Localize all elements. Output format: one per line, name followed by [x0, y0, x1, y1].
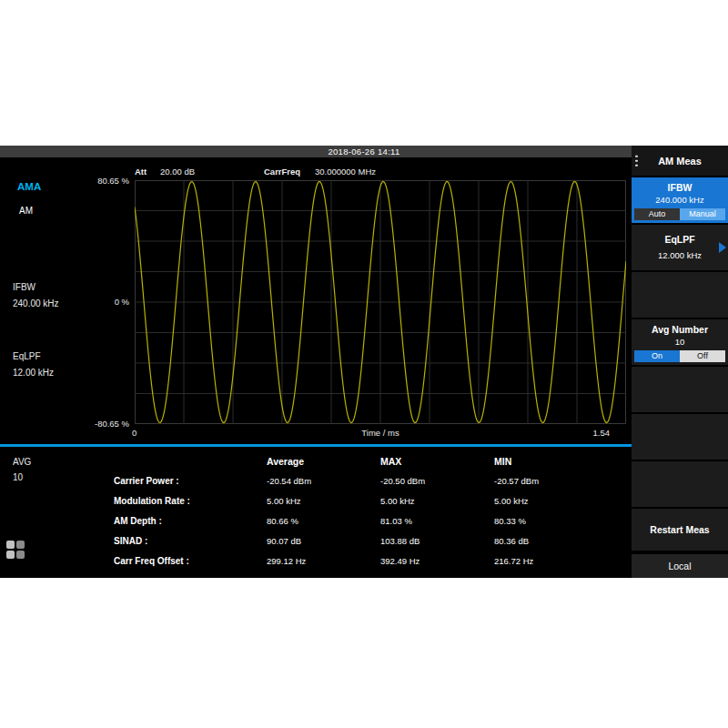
row-label: Modulation Rate :: [114, 496, 267, 506]
row-value: 103.88 dB: [380, 536, 494, 546]
carrfreq-value: 30.000000 MHz: [315, 167, 376, 177]
menu-drag-handle-icon: [635, 155, 638, 167]
row-label: SINAD :: [114, 536, 267, 546]
softkey-empty-1: [632, 272, 728, 318]
ifbw-softkey-label: IFBW: [632, 177, 728, 193]
row-label: Carrier Power :: [114, 476, 267, 486]
restart-meas-label: Restart Meas: [650, 524, 709, 535]
x-tick-end: 1.54: [510, 428, 610, 438]
eqlpf-status-label: EqLPF: [13, 351, 41, 361]
y-tick-bottom: -80.65 %: [53, 419, 129, 429]
y-tick-mid: 0 %: [53, 297, 129, 307]
datetime-text: 2018-06-26 14:11: [328, 147, 399, 157]
table-row: Carrier Power : -20.54 dBm -20.50 dBm -2…: [0, 470, 632, 490]
results-table: Average MAX MIN Carrier Power : -20.54 d…: [0, 452, 632, 571]
row-value: -20.57 dBm: [494, 476, 612, 486]
softkey-avg-number[interactable]: Avg Number 10 On Off: [632, 319, 728, 365]
separator-line: [0, 444, 632, 447]
ifbw-auto-option[interactable]: Auto: [634, 208, 680, 220]
col-header-max: MAX: [380, 456, 494, 467]
row-value: 80.33 %: [494, 516, 612, 526]
row-value: 216.72 Hz: [494, 556, 612, 566]
display-area: AMA AM IFBW 240.00 kHz EqLPF 12.00 kHz A…: [0, 146, 632, 578]
table-row: SINAD : 90.07 dB 103.88 dB 80.36 dB: [0, 531, 632, 551]
table-row: AM Depth : 80.66 % 81.03 % 80.33 %: [0, 511, 632, 531]
row-label: Carr Freq Offset :: [114, 556, 267, 566]
att-label: Att: [135, 167, 147, 177]
y-tick-top: 80.65 %: [53, 176, 129, 186]
col-header-min: MIN: [494, 456, 612, 467]
local-label: Local: [668, 561, 691, 571]
ifbw-softkey-value: 240.000 kHz: [632, 193, 728, 205]
avg-softkey-label: Avg Number: [632, 319, 728, 335]
eqlpf-status-value: 12.00 kHz: [13, 368, 54, 378]
eqlpf-softkey-value: 12.000 kHz: [632, 245, 728, 260]
apps-grid-icon[interactable]: [6, 541, 26, 561]
results-table-body: Carrier Power : -20.54 dBm -20.50 dBm -2…: [0, 470, 632, 571]
row-value: -20.54 dBm: [267, 476, 380, 486]
softkey-empty-4: [632, 461, 728, 507]
softkey-empty-3: [632, 414, 728, 460]
screenshot-root: 2018-06-26 14:11 AMA AM IFBW 240.00 kHz …: [0, 0, 728, 728]
row-value: 5.00 kHz: [267, 496, 380, 506]
avg-on-off-toggle: On Off: [634, 350, 725, 362]
table-row: Carr Freq Offset : 299.12 Hz 392.49 Hz 2…: [0, 551, 632, 571]
ifbw-status-value: 240.00 kHz: [13, 298, 59, 308]
results-header-row: Average MAX MIN: [0, 452, 632, 470]
softkey-empty-2: [632, 367, 728, 412]
table-row: Modulation Rate : 5.00 kHz 5.00 kHz 5.00…: [0, 490, 632, 511]
demod-type-label: AM: [19, 206, 33, 216]
row-value: 299.12 Hz: [267, 556, 380, 566]
eqlpf-softkey-label: EqLPF: [632, 225, 728, 245]
row-value: 5.00 kHz: [494, 496, 612, 506]
mode-label: AMA: [17, 181, 41, 192]
row-label: AM Depth :: [114, 516, 267, 526]
att-value: 20.00 dB: [160, 167, 195, 177]
ifbw-auto-manual-toggle: Auto Manual: [634, 208, 725, 220]
ifbw-status-label: IFBW: [13, 282, 35, 292]
waveform-chart: [135, 180, 626, 424]
row-value: 80.66 %: [267, 516, 380, 526]
chart-grid: [135, 180, 626, 424]
row-value: 80.36 dB: [494, 536, 612, 546]
softkey-eqlpf[interactable]: EqLPF 12.000 kHz: [632, 225, 728, 270]
softkey-menu: AM Meas IFBW 240.000 kHz Auto Manual EqL…: [632, 146, 728, 578]
row-value: 392.49 Hz: [380, 556, 494, 566]
instrument-screen: 2018-06-26 14:11 AMA AM IFBW 240.00 kHz …: [0, 146, 728, 578]
menu-title-label: AM Meas: [658, 156, 702, 167]
softkey-ifbw[interactable]: IFBW 240.000 kHz Auto Manual: [632, 177, 728, 223]
local-button[interactable]: Local: [632, 554, 728, 578]
ifbw-manual-option[interactable]: Manual: [680, 208, 725, 220]
status-bar: 2018-06-26 14:11: [0, 146, 728, 157]
col-header-average: Average: [267, 456, 380, 467]
carrfreq-label: CarrFreq: [264, 167, 300, 177]
menu-title[interactable]: AM Meas: [632, 146, 728, 176]
row-value: 90.07 dB: [267, 536, 380, 546]
row-value: 81.03 %: [380, 516, 494, 526]
avg-off-option[interactable]: Off: [680, 350, 725, 362]
row-value: -20.50 dBm: [380, 476, 494, 486]
row-value: 5.00 kHz: [380, 496, 494, 506]
softkey-restart-meas[interactable]: Restart Meas: [632, 509, 728, 551]
avg-on-option[interactable]: On: [634, 350, 680, 362]
avg-softkey-value: 10: [632, 335, 728, 347]
submenu-arrow-icon: [719, 242, 726, 253]
